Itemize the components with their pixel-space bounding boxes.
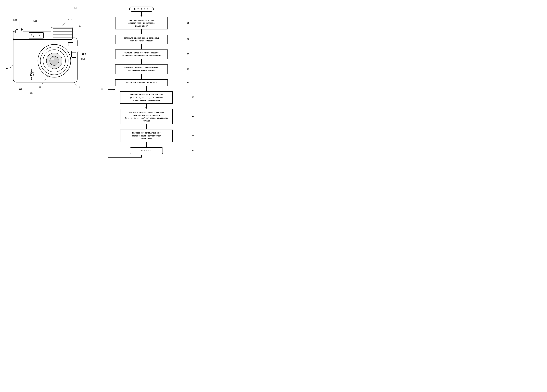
start-node: S T A R T [129,7,154,12]
flowchart: S T A R T CAPTURE IMAGE OF FIRST SUBJECT… [89,5,194,157]
svg-rect-28 [68,42,73,46]
svg-rect-11 [18,28,21,31]
svg-text:12: 12 [6,67,8,70]
arrow-s5-s6 [146,86,147,90]
step-s7-box: ESTIMATE OBJECT COLOR COMPONENT DATA OF … [120,109,173,124]
svg-marker-51 [12,65,13,67]
svg-point-21 [51,58,54,60]
step-s5-text: CALCULATE CONVERSION MATRIX [126,81,157,84]
start-label: S T A R T [134,8,149,10]
step-s9-label: S9 [192,150,194,152]
step-s5-wrapper: CALCULATE CONVERSION MATRIX S5 [89,79,194,86]
step-s2-box: ESTIMATE OBJECT COLOR COMPONENT DATA OF … [115,35,168,44]
step-s7-label: S7 [192,115,194,118]
camera-label-1: 12 [74,7,77,9]
svg-rect-29 [77,46,79,52]
camera-diagram: 12 [3,5,89,140]
step-s9-text: n = n + 1 [141,150,151,152]
step-s2-text: ESTIMATE OBJECT COLOR COMPONENT DATA OF … [124,37,159,42]
step-s6-label: S6 [192,96,194,99]
svg-text:127: 127 [68,19,72,21]
arrow-s2-s3 [141,44,142,48]
svg-text:112: 112 [81,58,85,60]
step-s2-wrapper: ESTIMATE OBJECT COLOR COMPONENT DATA OF … [89,35,194,44]
svg-text:11: 11 [77,86,80,89]
step-s5-label: S5 [187,81,189,84]
step-s3-box: CAPTURE IMAGE OF FIRST SUBJECT IN UNKNOW… [115,49,168,59]
svg-text:113: 113 [82,53,86,55]
step-s7-wrapper: ESTIMATE OBJECT COLOR COMPONENT DATA OF … [94,109,198,124]
svg-text:123: 123 [19,88,22,90]
arrow-s3-s4 [141,59,142,63]
step-s4-box: ESTIMATE SPECTRAL DISTRIBUTION OF UNKNOW… [115,64,168,74]
svg-text:111: 111 [39,86,43,89]
step-s6-wrapper: CAPTURE IMAGE OF N-TH SUBJECT (N = 2, 3,… [94,91,198,104]
step-s5-box: CALCULATE CONVERSION MATRIX [115,79,168,86]
step-s3-label: S3 [187,53,189,56]
svg-line-35 [62,20,68,27]
step-s8-box: PROCESS OF GENERATING AND STORING COLOR … [120,129,173,142]
svg-rect-2 [51,27,72,40]
step-s1-label: S1 [187,22,189,24]
step-s1-text: CAPTURE IMAGE OF FIRST SUBJECT WITH ELEC… [129,19,155,27]
step-s9-wrapper: n = n + 1 S9 [94,147,198,154]
step-s1-box: CAPTURE IMAGE OF FIRST SUBJECT WITH ELEC… [115,17,168,29]
svg-rect-24 [72,51,76,58]
camera-svg: 122 121 127 1 113 112 111 123 124 12 11 [3,18,86,133]
step-s8-wrapper: PROCESS OF GENERATING AND STORING COLOR … [94,129,198,142]
step-s4-wrapper: ESTIMATE SPECTRAL DISTRIBUTION OF UNKNOW… [89,64,194,74]
step-s8-text: PROCESS OF GENERATING AND STORING COLOR … [132,132,161,140]
arrow-start-s1 [141,12,142,15]
arrow-s4-s5 [141,74,142,78]
svg-rect-12 [29,33,44,38]
step-s2-label: S2 [187,38,189,41]
step-s4-label: S4 [187,68,189,70]
svg-point-20 [50,56,59,65]
arrow-s1-s2 [141,29,142,33]
step-s4-text: ESTIMATE SPECTRAL DISTRIBUTION OF UNKNOW… [124,67,158,72]
step-s8-label: S8 [192,135,194,137]
step-s7-text: ESTIMATE OBJECT COLOR COMPONENT DATA OF … [125,111,168,122]
loop-region: CAPTURE IMAGE OF N-TH SUBJECT (N = 2, 3,… [89,86,194,157]
arrow-s7-s8 [146,124,147,128]
step-s9-box: n = n + 1 [130,147,163,154]
arrow-s6-s7 [146,104,147,107]
svg-text:124: 124 [30,92,34,94]
svg-text:122: 122 [13,19,17,21]
step-s6-text: CAPTURE IMAGE OF N-TH SUBJECT (N = 2, 3,… [130,94,163,102]
arrow-s8-s9 [146,142,147,146]
step-s3-text: CAPTURE IMAGE OF FIRST SUBJECT IN UNKNOW… [122,52,161,57]
svg-text:121: 121 [33,20,37,22]
step-s6-box: CAPTURE IMAGE OF N-TH SUBJECT (N = 2, 3,… [120,91,173,104]
step-s3-wrapper: CAPTURE IMAGE OF FIRST SUBJECT IN UNKNOW… [89,49,194,59]
step-s1-wrapper: CAPTURE IMAGE OF FIRST SUBJECT WITH ELEC… [89,17,194,29]
